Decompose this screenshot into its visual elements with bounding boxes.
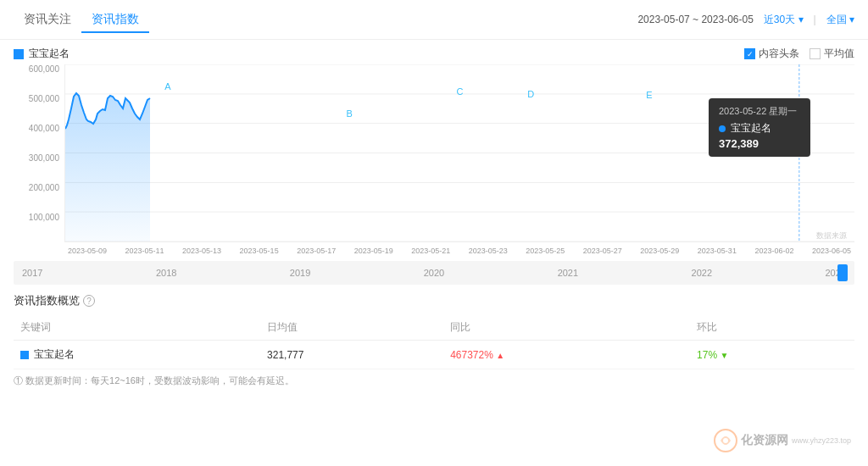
col-daily-avg: 日均值 (260, 315, 443, 341)
year-2020: 2020 (424, 268, 444, 278)
tooltip-date: 2023-05-22 星期一 (719, 105, 800, 118)
y-axis-labels: 600,000 500,000 400,000 300,000 200,000 … (14, 64, 64, 242)
period-select-button[interactable]: 近30天 ▾ (764, 13, 804, 27)
x-label-0531: 2023-05-31 (698, 247, 737, 255)
tooltip-series-row: 宝宝起名 (719, 121, 800, 136)
summary-section: 资讯指数概览 ? 关键词 日均值 同比 环比 宝宝起名 (0, 285, 868, 369)
svg-point-10 (723, 438, 728, 443)
x-label-0602: 2023-06-02 (754, 247, 793, 255)
cell-daily-avg: 321,777 (260, 341, 443, 369)
range-selection-handle[interactable] (837, 264, 848, 281)
tab-news-index[interactable]: 资讯指数 (81, 7, 149, 32)
footer-note-text: ① 数据更新时间：每天12~16时，受数据波动影响，可能会有延迟。 (14, 375, 294, 386)
year-2019: 2019 (290, 268, 310, 278)
legend-right: ✓ 内容头条 平均值 (744, 47, 854, 61)
annotation-E: E (646, 90, 652, 100)
x-label-0509: 2023-05-09 (68, 247, 107, 255)
watermark-text: 化资源网 (741, 433, 788, 448)
legend-left: 宝宝起名 (14, 47, 70, 61)
checkmark-icon: ✓ (747, 50, 754, 58)
yoy-value: 467372% (450, 349, 493, 361)
keyword-text: 宝宝起名 (34, 347, 75, 362)
cell-mom: 17% ▼ (690, 341, 854, 369)
y-label-500k: 500,000 (29, 94, 59, 103)
x-label-0519: 2023-05-19 (354, 247, 393, 255)
region-select-button[interactable]: 全国 ▾ (826, 13, 854, 27)
year-2021: 2021 (558, 268, 578, 278)
annotation-D: D (527, 89, 534, 99)
y-label-200k: 200,000 (29, 183, 59, 192)
chart-container: 宝宝起名 ✓ 内容头条 平均值 600,000 500,000 (0, 40, 868, 259)
tooltip-value: 372,389 (719, 137, 800, 150)
checkbox-average[interactable]: 平均值 (810, 47, 854, 61)
range-years-row: 2017 2018 2019 2020 2021 2022 2023 (14, 261, 854, 285)
keyword-cell: 宝宝起名 (20, 347, 253, 362)
tooltip-series-name: 宝宝起名 (731, 121, 771, 136)
x-label-0529: 2023-05-29 (640, 247, 679, 255)
checkbox-content-headline[interactable]: ✓ 内容头条 (744, 47, 799, 61)
date-range-label: 2023-05-07 ~ 2023-06-05 (637, 14, 753, 25)
annotation-A: A (164, 81, 171, 92)
watermark-logo-icon (714, 429, 737, 452)
checkbox-average-label: 平均值 (824, 47, 854, 61)
yoy-arrow: ▲ (496, 351, 504, 360)
checkbox-content-label: 内容头条 (759, 47, 799, 61)
table-row: 宝宝起名 321,777 467372% ▲ 17% ▼ (14, 341, 854, 369)
keyword-dot (20, 351, 29, 359)
summary-table: 关键词 日均值 同比 环比 宝宝起名 321,777 4 (14, 315, 854, 369)
range-slider[interactable]: 2017 2018 2019 2020 2021 2022 2023 (14, 261, 854, 285)
year-2022: 2022 (692, 268, 712, 278)
tab-news-focus[interactable]: 资讯关注 (14, 7, 81, 32)
x-label-0527: 2023-05-27 (583, 247, 622, 255)
watermark: 化资源网 www.yhzy223.top (714, 429, 851, 452)
watermark-url: www.yhzy223.top (792, 436, 851, 446)
mom-value: 17% (697, 349, 717, 361)
x-label-0521: 2023-05-21 (411, 247, 450, 255)
x-label-0513: 2023-05-13 (182, 247, 221, 255)
x-label-0605: 2023-06-05 (812, 247, 851, 255)
divider: | (814, 14, 816, 25)
x-label-0515: 2023-05-15 (240, 247, 279, 255)
x-label-0511: 2023-05-11 (125, 247, 164, 255)
y-label-600k: 600,000 (29, 64, 59, 74)
info-icon[interactable]: ? (83, 295, 95, 307)
chart-source-label: 数据来源 (816, 231, 847, 240)
chart-tooltip: 2023-05-22 星期一 宝宝起名 372,389 (709, 98, 810, 157)
y-label-400k: 400,000 (29, 124, 59, 133)
annotation-C: C (457, 86, 464, 97)
table-header-row: 关键词 日均值 同比 环比 (14, 315, 854, 341)
tab-bar: 资讯关注 资讯指数 2023-05-07 ~ 2023-06-05 近30天 ▾… (0, 0, 868, 40)
x-axis-labels: 2023-05-09 2023-05-11 2023-05-13 2023-05… (64, 242, 854, 259)
cell-keyword: 宝宝起名 (14, 341, 260, 369)
col-keyword: 关键词 (14, 315, 260, 341)
year-2018: 2018 (156, 268, 176, 278)
year-2017: 2017 (22, 268, 42, 278)
col-yoy: 同比 (443, 315, 690, 341)
col-mom: 环比 (690, 315, 854, 341)
footer-note: ① 数据更新时间：每天12~16时，受数据波动影响，可能会有延迟。 (0, 369, 868, 392)
legend-row: 宝宝起名 ✓ 内容头条 平均值 (14, 47, 854, 61)
legend-color-square (14, 49, 24, 59)
main-chart-area: 600,000 500,000 400,000 300,000 200,000 … (14, 64, 854, 259)
x-label-0525: 2023-05-25 (526, 247, 565, 255)
y-label-300k: 300,000 (29, 153, 59, 163)
mom-arrow: ▼ (720, 351, 728, 360)
legend-series-label: 宝宝起名 (29, 47, 70, 61)
summary-title: 资讯指数概览 ? (14, 293, 854, 308)
summary-title-text: 资讯指数概览 (14, 293, 80, 308)
checkbox-average-box (810, 48, 821, 59)
tooltip-dot (719, 125, 726, 132)
checkbox-content-box: ✓ (744, 48, 755, 59)
header-controls: 2023-05-07 ~ 2023-06-05 近30天 ▾ | 全国 ▾ (637, 13, 854, 27)
y-label-100k: 100,000 (29, 213, 59, 222)
x-label-0517: 2023-05-17 (297, 247, 336, 255)
annotation-B: B (346, 108, 352, 119)
cell-yoy: 467372% ▲ (443, 341, 690, 369)
x-label-0523: 2023-05-23 (469, 247, 508, 255)
